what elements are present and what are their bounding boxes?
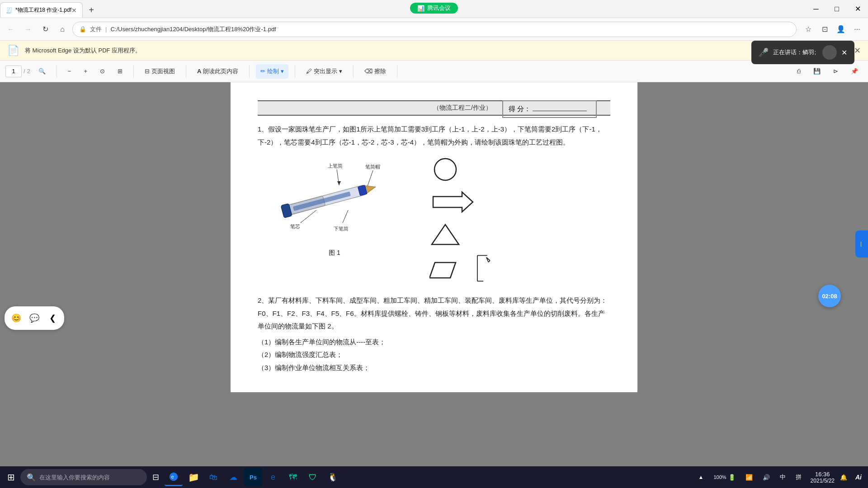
forward-button[interactable]: → <box>21 22 35 37</box>
notification-button[interactable]: 🔔 <box>836 468 851 486</box>
ime-button[interactable]: 拼 <box>792 468 805 486</box>
taskbar-360-app[interactable]: 🛡 <box>304 468 322 486</box>
left-chat-panel: 😊 💬 ❮ <box>5 306 64 330</box>
emoji-button[interactable]: 😊 <box>8 310 24 326</box>
close-button[interactable]: ✕ <box>847 0 868 18</box>
highlight-chevron: ▾ <box>339 68 342 75</box>
page-number-input[interactable] <box>5 66 22 77</box>
read-aloud-button[interactable]: A 朗读此页内容 <box>193 64 243 79</box>
pen-diagram: 上笔筒 笔筒帽 <box>258 156 411 246</box>
page-view-label: 页面视图 <box>151 67 175 75</box>
ime-label: 拼 <box>796 473 802 481</box>
note-symbol <box>472 253 495 285</box>
volume-button[interactable]: 🔊 <box>759 468 774 486</box>
timer-text: 02:08 <box>822 293 837 300</box>
question1-block: 1、假设一家圆珠笔生产厂，如图1所示上笔筒加工需要3到工序（上-1，上-2，上-… <box>258 123 610 374</box>
taskbar-ie-app[interactable]: e <box>264 468 282 486</box>
wifi-icon: 📶 <box>745 474 753 481</box>
new-tab-button[interactable]: + <box>84 2 99 18</box>
taskbar-qq-app[interactable]: 🐧 <box>324 468 342 486</box>
svg-marker-13 <box>433 192 473 212</box>
page-separator: / <box>24 68 25 75</box>
page-view-button[interactable]: ⊟ 页面视图 <box>140 64 179 79</box>
taskbar-photoshop-app[interactable]: Ps <box>244 468 262 486</box>
cap-label: 笔筒帽 <box>365 164 380 169</box>
lock-icon: 🔒 <box>79 26 86 33</box>
taskbar-explorer-app[interactable]: 📁 <box>184 468 203 486</box>
system-tray: ▲ 100% 🔋 📶 🔊 中 拼 <box>691 468 809 486</box>
draw-button[interactable]: ✏ 绘制 ▾ <box>256 64 288 79</box>
fit-button[interactable]: ⊙ <box>95 64 109 79</box>
highlight-icon: 🖊 <box>306 68 312 75</box>
meeting-close-button[interactable]: ✕ <box>841 48 847 57</box>
maximize-button[interactable]: □ <box>826 0 847 18</box>
erase-label: 擦除 <box>374 67 386 75</box>
zoom-out-button[interactable]: − <box>63 64 76 79</box>
search-pdf-button[interactable]: 🔍 <box>34 64 50 79</box>
zoom-in-button[interactable]: + <box>79 64 92 79</box>
main-content-area: （物流工程二/作业） 得 分： 1、假设一家圆珠笔生产厂，如图1所示上笔筒加工需… <box>0 82 868 466</box>
battery-indicator[interactable]: 100% 🔋 <box>710 468 739 486</box>
pdf-notif-close-button[interactable]: ✕ <box>854 46 861 56</box>
start-button[interactable]: ⊞ <box>4 468 19 486</box>
pin-button[interactable]: 📌 <box>846 64 863 79</box>
print-button[interactable]: ⎙ <box>793 64 805 79</box>
minimize-button[interactable]: ─ <box>806 0 826 18</box>
taskbar-onedrive-app[interactable]: ☁ <box>224 468 242 486</box>
right-float-button[interactable]: — <box>855 230 868 258</box>
language-button[interactable]: 中 <box>776 468 789 486</box>
svg-marker-14 <box>432 225 459 244</box>
fit-page-button[interactable]: ⊞ <box>113 64 127 79</box>
back-button[interactable]: ← <box>4 22 18 37</box>
profile-button[interactable]: 👤 <box>834 22 848 37</box>
tencent-meeting-badge[interactable]: 📊 腾讯会议 <box>410 3 458 14</box>
pen-body <box>281 181 377 218</box>
address-bar: ← → ↻ ⌂ 🔒 文件 | C:/Users/zhuchengjian1204… <box>0 18 868 41</box>
active-tab[interactable]: 🧾 *物流工程18 作业-1.pdf ✕ <box>0 2 83 18</box>
highlight-button[interactable]: 🖊 突出显示 ▾ <box>302 64 347 79</box>
score-line <box>533 111 587 111</box>
divider6 <box>353 65 354 78</box>
notification-icon: 🔔 <box>840 474 847 481</box>
svg-marker-1 <box>337 181 341 185</box>
share-button[interactable]: ⊳ <box>829 64 843 79</box>
save-button[interactable]: 💾 <box>809 64 825 79</box>
collections-button[interactable]: ⊡ <box>817 22 832 37</box>
tab-close-button[interactable]: ✕ <box>71 7 77 14</box>
right-float-icon: — <box>859 242 864 247</box>
erase-button[interactable]: ⌫ 擦除 <box>360 64 391 79</box>
tab-pdf-icon: 🧾 <box>6 7 13 14</box>
url-bar[interactable]: 🔒 文件 | C:/Users/zhuchengjian1204/Desktop… <box>72 22 797 37</box>
read-icon: A <box>197 68 201 75</box>
divider3 <box>186 65 186 78</box>
taskbar-maps-app[interactable]: 🗺 <box>284 468 302 486</box>
divider7 <box>397 65 397 78</box>
search-input[interactable] <box>39 474 141 481</box>
search-bar[interactable]: 🔍 <box>20 469 147 485</box>
q1-text: 1、假设一家圆珠笔生产厂，如图1所示上笔筒加工需要3到工序（上-1，上-2，上-… <box>258 123 610 149</box>
transport-symbol <box>429 188 475 216</box>
favorites-button[interactable]: ☆ <box>801 22 816 37</box>
tencent-icon: 📊 <box>417 5 425 12</box>
taskbar-store-app[interactable]: 🛍 <box>204 468 222 486</box>
tray-up-button[interactable]: ▲ <box>695 468 708 486</box>
home-button[interactable]: ⌂ <box>55 22 70 37</box>
svg-text:e: e <box>171 474 174 479</box>
draw-icon: ✏ <box>260 68 265 75</box>
collapse-chat-button[interactable]: ❮ <box>44 310 61 326</box>
score-label: 得 <box>509 105 515 113</box>
task-view-button[interactable]: ⊟ <box>149 468 163 486</box>
inspection-symbol <box>429 221 461 248</box>
storage-symbol <box>429 257 461 282</box>
clock-time: 16:36 <box>811 471 835 478</box>
clock[interactable]: 16:36 2021/5/22 <box>811 471 835 484</box>
battery-icon: 🔋 <box>728 474 736 481</box>
wifi-button[interactable]: 📶 <box>742 468 756 486</box>
search-icon: 🔍 <box>27 473 36 482</box>
figure-left: 上笔筒 笔筒帽 <box>258 156 411 285</box>
message-button[interactable]: 💬 <box>26 310 42 326</box>
more-button[interactable]: ··· <box>850 22 864 37</box>
erase-icon: ⌫ <box>364 68 373 75</box>
taskbar-edge-app[interactable]: e <box>165 468 183 486</box>
refresh-button[interactable]: ↻ <box>38 22 52 37</box>
